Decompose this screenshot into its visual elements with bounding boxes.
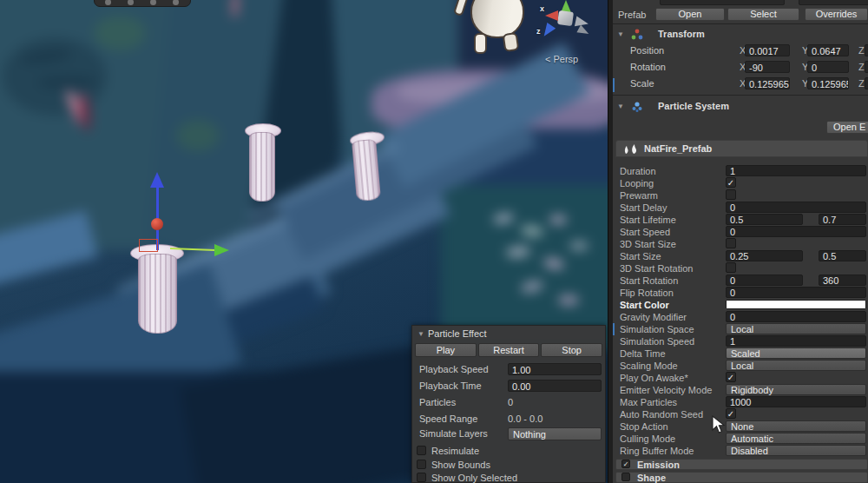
pe-checkbox[interactable] bbox=[417, 460, 426, 469]
toolbar-icon[interactable] bbox=[128, 0, 134, 5]
ps-row-field[interactable]: 0.5 bbox=[819, 250, 866, 261]
ps-row-field[interactable]: 0 bbox=[726, 226, 866, 237]
gizmo-back-cone-2[interactable] bbox=[576, 25, 590, 38]
module-bar-shape[interactable]: Shape bbox=[615, 472, 868, 483]
ps-row: Culling ModeAutomatic bbox=[613, 433, 868, 445]
ps-row: Start Size0.250.5 bbox=[613, 250, 868, 262]
gizmo-x-cone[interactable] bbox=[545, 10, 558, 21]
gizmo-cube[interactable] bbox=[557, 10, 574, 26]
transform-field[interactable] bbox=[865, 77, 868, 89]
transform-field[interactable]: 0.125965 bbox=[807, 77, 849, 89]
axis-label: Z bbox=[858, 78, 865, 89]
transform-field[interactable]: 0.125965 bbox=[745, 77, 790, 89]
ps-row-label: Delta Time bbox=[620, 348, 666, 359]
gizmo-z-cone[interactable] bbox=[540, 23, 556, 39]
gizmo-center-handle[interactable] bbox=[151, 218, 163, 230]
particle-system-title: Particle System bbox=[658, 101, 729, 111]
ps-row-field[interactable]: 1 bbox=[726, 165, 866, 176]
particle-module-main-header[interactable]: NatFire_Prefab bbox=[615, 140, 868, 157]
pe-row-field[interactable]: 0.00 bbox=[508, 380, 602, 392]
scene-overlay-toolbar[interactable] bbox=[94, 0, 191, 7]
ps-row-label: Start Delay bbox=[620, 202, 667, 213]
particle-mushroom[interactable] bbox=[352, 139, 381, 202]
pe-check-row: Show Only Selected bbox=[412, 472, 605, 483]
ps-row-field[interactable]: 0 bbox=[726, 275, 803, 286]
module-checkbox[interactable]: ✓ bbox=[621, 460, 630, 468]
ps-row-field[interactable]: 1000 bbox=[726, 396, 866, 407]
ps-row-field[interactable]: 0.7 bbox=[819, 214, 866, 225]
particle-effect-header[interactable]: Particle Effect bbox=[418, 328, 487, 340]
pe-row-field[interactable]: 1.00 bbox=[508, 363, 602, 375]
ps-row-label: Start Rotation bbox=[620, 275, 678, 286]
collapse-triangle-icon bbox=[418, 328, 428, 339]
ps-row-checkbox[interactable]: ✓ bbox=[726, 177, 736, 188]
pe-row-dropdown[interactable]: Nothing bbox=[508, 427, 602, 440]
ps-row-dropdown[interactable]: None bbox=[726, 420, 866, 432]
particle-mushroom[interactable] bbox=[249, 132, 275, 202]
transform-field[interactable] bbox=[865, 61, 868, 73]
toolbar-icon[interactable] bbox=[105, 0, 111, 5]
pe-stop-button[interactable]: Stop bbox=[541, 343, 602, 357]
ps-row-field[interactable]: 0 bbox=[726, 287, 866, 298]
ps-row-checkbox[interactable]: ✓ bbox=[726, 408, 736, 419]
ps-row-dropdown[interactable]: Local bbox=[726, 360, 866, 371]
ps-row-dropdown[interactable]: Scaled bbox=[726, 347, 866, 359]
pe-row: Simulate LayersNothing bbox=[412, 427, 605, 440]
ps-row-label: Prewarm bbox=[620, 190, 658, 201]
transform-field[interactable]: 0.0017 bbox=[745, 44, 790, 56]
module-checkbox[interactable] bbox=[621, 473, 630, 481]
ps-row-checkbox[interactable] bbox=[726, 189, 736, 200]
scene-view[interactable]: x z < Persp Particle Effect PlayRestartS… bbox=[0, 0, 608, 483]
gizmo-z-label: z bbox=[536, 27, 541, 36]
ps-row-field[interactable]: 0.25 bbox=[726, 250, 803, 261]
ps-row-label: Emitter Velocity Mode bbox=[620, 385, 712, 395]
gizmo-x-arrow[interactable] bbox=[214, 244, 229, 256]
toolbar-icon[interactable] bbox=[173, 0, 179, 5]
module-bar-emission[interactable]: ✓Emission bbox=[615, 459, 868, 470]
pe-checkbox[interactable] bbox=[417, 473, 426, 482]
pe-checkbox-label: Show Only Selected bbox=[431, 473, 517, 483]
transform-header[interactable]: Transform bbox=[613, 26, 868, 43]
ps-row-label: Simulation Speed bbox=[620, 336, 694, 347]
ps-row-checkbox[interactable]: ✓ bbox=[726, 372, 736, 382]
prefab-overrides-button[interactable]: Overrides bbox=[805, 8, 868, 21]
particle-system-header[interactable]: Particle System bbox=[613, 98, 868, 116]
ps-row-field[interactable]: 1 bbox=[726, 335, 866, 347]
pe-checkbox[interactable] bbox=[417, 446, 426, 455]
scene-orientation-gizmo[interactable]: x z bbox=[533, 0, 602, 50]
prefab-open-button[interactable]: Open bbox=[655, 8, 725, 21]
gizmo-plane-handle[interactable] bbox=[139, 239, 158, 252]
pe-restart-button[interactable]: Restart bbox=[478, 343, 540, 357]
gizmo-y-arrow[interactable] bbox=[150, 172, 164, 188]
ps-row-dropdown[interactable]: Disabled bbox=[726, 445, 866, 456]
transform-field[interactable]: -90 bbox=[745, 61, 790, 73]
ps-row-dropdown[interactable]: Local bbox=[726, 323, 866, 334]
robot-character bbox=[457, 0, 535, 57]
ps-row: Prewarm bbox=[613, 189, 868, 202]
perspective-label[interactable]: < Persp bbox=[545, 54, 578, 64]
ps-row-field[interactable]: 0 bbox=[726, 311, 866, 322]
ps-row-dropdown[interactable]: Automatic bbox=[726, 433, 866, 444]
ps-row-checkbox[interactable] bbox=[726, 262, 736, 273]
ps-row-dropdown[interactable]: Rigidbody bbox=[726, 384, 866, 395]
prefab-select-button[interactable]: Select bbox=[727, 8, 799, 21]
selected-mushroom[interactable] bbox=[138, 254, 177, 334]
ps-row-field[interactable]: 360 bbox=[819, 275, 866, 286]
ps-row: Start Speed0 bbox=[613, 226, 868, 238]
ps-row: Gravity Modifier0 bbox=[613, 311, 868, 323]
open-editor-button[interactable]: Open E bbox=[826, 121, 868, 134]
transform-field[interactable]: 0 bbox=[807, 61, 849, 73]
pe-play-button[interactable]: Play bbox=[415, 343, 477, 357]
ps-row-field[interactable]: 0 bbox=[726, 202, 866, 213]
ps-row: Duration1 bbox=[613, 165, 868, 177]
transform-field[interactable] bbox=[865, 44, 868, 56]
transform-field[interactable]: 0.0647 bbox=[807, 44, 849, 56]
ps-row: Flip Rotation0 bbox=[613, 287, 868, 299]
ps-row-field[interactable]: 0.5 bbox=[726, 214, 803, 225]
unity-editor-window: x z < Persp Particle Effect PlayRestartS… bbox=[0, 0, 868, 483]
ps-row: 3D Start Size bbox=[613, 238, 868, 250]
start-color-swatch[interactable] bbox=[726, 300, 866, 309]
ps-row-checkbox[interactable] bbox=[726, 238, 736, 248]
toolbar-icon[interactable] bbox=[150, 0, 156, 5]
pe-checkbox-label: Resimulate bbox=[431, 446, 479, 456]
